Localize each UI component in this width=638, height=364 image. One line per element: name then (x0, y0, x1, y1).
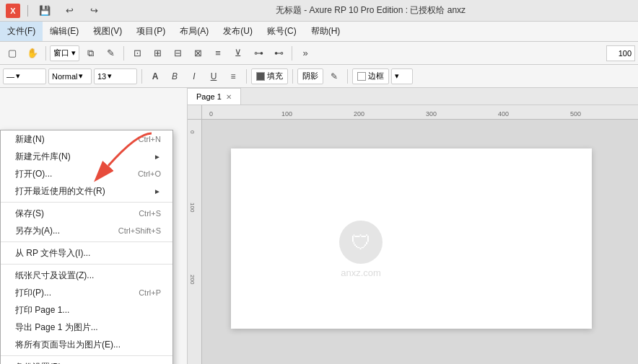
ruler-horizontal: 0 100 200 300 400 500 (202, 105, 638, 120)
window-title: 无标题 - Axure RP 10 Pro Edition : 已授权给 anx… (109, 4, 632, 17)
left-panel: 新建(N) Ctrl+N 新建元件库(N) ► 打开(O)... Ctrl+O … (0, 88, 188, 364)
menu-item-save[interactable]: 保存(S) Ctrl+S (1, 205, 172, 222)
title-bar-divider (27, 5, 28, 17)
ruler-corner (188, 105, 202, 120)
align-bottom-btn[interactable]: ⊻ (229, 44, 248, 63)
menu-help[interactable]: 帮助(H) (304, 22, 348, 41)
menu-item-backup[interactable]: 备份设置(B)... (1, 358, 172, 364)
ruler-tick-v-200: 200 (189, 275, 196, 363)
watermark-icon: 🛡 (339, 221, 383, 264)
layers-btn[interactable]: ⧉ (81, 44, 100, 63)
distribute-h-btn[interactable]: ⊶ (249, 44, 268, 63)
style-sep-2 (246, 69, 247, 84)
menu-item-import[interactable]: 从 RP 文件导入(I)... (1, 244, 172, 262)
style-sep-1 (141, 69, 142, 84)
menu-layout[interactable]: 布局(A) (172, 22, 216, 41)
ruler-tick-400: 400 (498, 110, 509, 117)
menu-sep-3 (1, 264, 172, 265)
font-underline-btn[interactable]: U (205, 68, 222, 84)
menu-bar: 文件(F) 编辑(E) 视图(V) 项目(P) 布局(A) 发布(U) 账号(C… (0, 22, 638, 42)
menu-publish[interactable]: 发布(U) (216, 22, 260, 41)
menu-item-paper[interactable]: 纸张尺寸及设置(Z)... (1, 267, 172, 284)
align-right-btn[interactable]: ⊟ (168, 44, 187, 63)
shadow-edit-btn[interactable]: ✎ (325, 68, 343, 84)
menu-item-print-page[interactable]: 打印 Page 1... (1, 301, 172, 319)
align-middle-btn[interactable]: ≡ (209, 44, 227, 63)
style-sep-3 (292, 69, 293, 84)
canvas-watermark: 🛡 anxz.com (289, 206, 433, 293)
style-sep-4 (347, 69, 348, 84)
fill-color-swatch (256, 72, 265, 81)
border-style-dropdown[interactable]: ▾ (391, 68, 413, 84)
toolbar-sep-1 (45, 46, 46, 61)
toolbar-sep-3 (292, 46, 292, 61)
normal-dropdown[interactable]: Normal▾ (48, 68, 92, 84)
toolbar-sep-2 (123, 46, 124, 61)
menu-sep-2 (1, 241, 172, 242)
border-button[interactable]: 边框 (352, 68, 389, 84)
menu-item-new[interactable]: 新建(N) Ctrl+N (1, 130, 172, 148)
save-icon-btn[interactable]: 💾 (35, 1, 54, 20)
border-color-swatch (357, 72, 366, 81)
select-tool[interactable]: ▢ (3, 44, 22, 63)
ruler-tick-200: 200 (354, 110, 364, 117)
menu-item-open[interactable]: 打开(O)... Ctrl+O (1, 165, 172, 182)
font-size-dropdown[interactable]: 13▾ (94, 68, 137, 84)
align-left-btn[interactable]: ⊡ (128, 44, 147, 63)
distribute-v-btn[interactable]: ⊷ (269, 44, 288, 63)
window-dropdown[interactable]: 窗口 ▾ (50, 45, 79, 61)
menu-item-open-recent[interactable]: 打开最近使用的文件(R) ► (1, 182, 172, 200)
app-logo: X (6, 4, 20, 18)
menu-file[interactable]: 文件(F) (0, 22, 43, 41)
canvas-area[interactable]: 0 100 200 300 400 500 0 100 200 🛡 anxz.c… (188, 105, 638, 364)
menu-account[interactable]: 账号(C) (260, 22, 304, 41)
menu-sep-1 (1, 202, 172, 203)
ruler-tick-500: 500 (570, 110, 581, 117)
fill-button[interactable]: 填充 (251, 68, 288, 84)
menu-sep-4 (1, 355, 172, 356)
main-toolbar: ▢ ✋ 窗口 ▾ ⧉ ✎ ⊡ ⊞ ⊟ ⊠ ≡ ⊻ ⊶ ⊷ » 100 (0, 42, 638, 65)
pen-btn[interactable]: ✎ (101, 44, 120, 63)
canvas-page: 🛡 anxz.com (231, 148, 592, 329)
menu-item-new-lib[interactable]: 新建元件库(N) ► (1, 148, 172, 165)
font-style-btn[interactable]: I (185, 68, 203, 84)
ruler-tick-300: 300 (426, 110, 437, 117)
title-bar: X 💾 ↩ ↪ 无标题 - Axure RP 10 Pro Edition : … (0, 0, 638, 22)
more-tools-btn[interactable]: » (296, 44, 315, 63)
canvas-tabs: Page 1 ✕ (188, 88, 638, 105)
menu-item-print[interactable]: 打印(P)... Ctrl+P (1, 284, 172, 301)
ruler-vertical: 0 100 200 (188, 120, 202, 364)
menu-item-export-all[interactable]: 将所有页面导出为图片(E)... (1, 336, 172, 353)
shadow-button[interactable]: 阴影 (297, 68, 323, 84)
tab-close-page1[interactable]: ✕ (226, 93, 232, 101)
menu-item-export-page[interactable]: 导出 Page 1 为图片... (1, 319, 172, 336)
menu-view[interactable]: 视图(V) (86, 22, 129, 41)
align-top-btn[interactable]: ⊠ (188, 44, 207, 63)
menu-item-save-as[interactable]: 另存为(A)... Ctrl+Shift+S (1, 222, 172, 239)
style-toolbar: —▾ Normal▾ 13▾ A B I U ≡ 填充 阴影 ✎ 边框 ▾ (0, 65, 638, 88)
hand-tool[interactable]: ✋ (23, 44, 42, 63)
menu-edit[interactable]: 编辑(E) (43, 22, 86, 41)
redo-btn[interactable]: ↪ (84, 1, 103, 20)
font-italic-btn[interactable]: B (166, 68, 183, 84)
ruler-tick-0: 0 (209, 110, 213, 117)
font-bold-btn[interactable]: A (147, 68, 164, 84)
canvas-tab-page1[interactable]: Page 1 ✕ (188, 88, 241, 105)
ruler-tick-100: 100 (281, 110, 292, 117)
main-area: 新建(N) Ctrl+N 新建元件库(N) ► 打开(O)... Ctrl+O … (0, 88, 638, 364)
undo-btn[interactable]: ↩ (60, 1, 79, 20)
style-select[interactable]: —▾ (3, 68, 46, 84)
zoom-input[interactable]: 100 (606, 45, 635, 61)
text-align-btn[interactable]: ≡ (224, 68, 242, 84)
file-dropdown-menu: 新建(N) Ctrl+N 新建元件库(N) ► 打开(O)... Ctrl+O … (0, 130, 173, 364)
menu-project[interactable]: 项目(P) (129, 22, 172, 41)
align-center-btn[interactable]: ⊞ (148, 44, 167, 63)
